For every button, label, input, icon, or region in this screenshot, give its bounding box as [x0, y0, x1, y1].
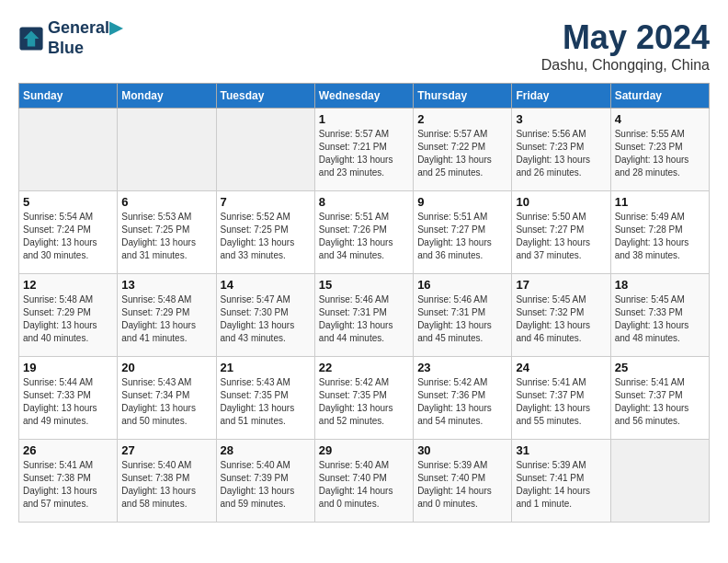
day-cell: 2Sunrise: 5:57 AM Sunset: 7:22 PM Daylig…: [414, 109, 512, 191]
calendar-title: May 2024: [541, 18, 710, 57]
day-number: 31: [516, 443, 606, 457]
weekday-header-friday: Friday: [512, 84, 610, 109]
day-cell: [216, 109, 314, 191]
day-info: Sunrise: 5:48 AM Sunset: 7:29 PM Dayligh…: [23, 293, 113, 345]
weekday-header-row: SundayMondayTuesdayWednesdayThursdayFrid…: [19, 84, 710, 109]
logo: General▶ Blue: [18, 18, 122, 58]
day-cell: 19Sunrise: 5:44 AM Sunset: 7:33 PM Dayli…: [19, 357, 118, 440]
day-cell: 1Sunrise: 5:57 AM Sunset: 7:21 PM Daylig…: [314, 109, 413, 191]
day-number: 17: [516, 278, 606, 292]
day-cell: 6Sunrise: 5:53 AM Sunset: 7:25 PM Daylig…: [118, 191, 216, 274]
day-cell: 16Sunrise: 5:46 AM Sunset: 7:31 PM Dayli…: [414, 274, 512, 357]
day-cell: 13Sunrise: 5:48 AM Sunset: 7:29 PM Dayli…: [118, 274, 216, 357]
day-info: Sunrise: 5:46 AM Sunset: 7:31 PM Dayligh…: [417, 293, 507, 345]
day-cell: [610, 440, 709, 523]
day-info: Sunrise: 5:47 AM Sunset: 7:30 PM Dayligh…: [221, 293, 311, 345]
day-cell: 27Sunrise: 5:40 AM Sunset: 7:38 PM Dayli…: [118, 440, 216, 523]
day-info: Sunrise: 5:39 AM Sunset: 7:40 PM Dayligh…: [417, 459, 507, 511]
day-info: Sunrise: 5:41 AM Sunset: 7:37 PM Dayligh…: [516, 376, 606, 428]
day-cell: 30Sunrise: 5:39 AM Sunset: 7:40 PM Dayli…: [414, 440, 512, 523]
week-row-5: 26Sunrise: 5:41 AM Sunset: 7:38 PM Dayli…: [19, 440, 710, 523]
day-info: Sunrise: 5:57 AM Sunset: 7:22 PM Dayligh…: [417, 128, 507, 179]
day-info: Sunrise: 5:51 AM Sunset: 7:27 PM Dayligh…: [417, 211, 507, 262]
week-row-2: 5Sunrise: 5:54 AM Sunset: 7:24 PM Daylig…: [19, 191, 710, 274]
day-number: 4: [615, 112, 705, 126]
day-info: Sunrise: 5:50 AM Sunset: 7:27 PM Dayligh…: [516, 211, 606, 262]
week-row-4: 19Sunrise: 5:44 AM Sunset: 7:33 PM Dayli…: [19, 357, 710, 440]
day-number: 11: [615, 195, 705, 209]
day-cell: 14Sunrise: 5:47 AM Sunset: 7:30 PM Dayli…: [216, 274, 314, 357]
day-info: Sunrise: 5:39 AM Sunset: 7:41 PM Dayligh…: [516, 459, 606, 511]
day-info: Sunrise: 5:43 AM Sunset: 7:34 PM Dayligh…: [121, 376, 211, 428]
day-number: 7: [221, 195, 311, 209]
day-info: Sunrise: 5:48 AM Sunset: 7:29 PM Dayligh…: [121, 293, 211, 345]
day-number: 5: [23, 195, 113, 209]
day-number: 15: [319, 278, 409, 292]
calendar-location: Dashu, Chongqing, China: [541, 57, 710, 74]
day-info: Sunrise: 5:53 AM Sunset: 7:25 PM Dayligh…: [121, 211, 211, 262]
day-number: 28: [221, 443, 311, 457]
day-number: 6: [121, 195, 211, 209]
day-cell: 15Sunrise: 5:46 AM Sunset: 7:31 PM Dayli…: [314, 274, 413, 357]
day-info: Sunrise: 5:46 AM Sunset: 7:31 PM Dayligh…: [319, 293, 409, 345]
day-number: 26: [23, 443, 113, 457]
day-info: Sunrise: 5:41 AM Sunset: 7:37 PM Dayligh…: [615, 376, 705, 428]
day-cell: 22Sunrise: 5:42 AM Sunset: 7:35 PM Dayli…: [314, 357, 413, 440]
day-number: 18: [615, 278, 705, 292]
day-info: Sunrise: 5:49 AM Sunset: 7:28 PM Dayligh…: [615, 211, 705, 262]
day-info: Sunrise: 5:56 AM Sunset: 7:23 PM Dayligh…: [516, 128, 606, 179]
day-number: 12: [23, 278, 113, 292]
day-number: 21: [221, 361, 311, 374]
day-info: Sunrise: 5:54 AM Sunset: 7:24 PM Dayligh…: [23, 211, 113, 262]
day-cell: 8Sunrise: 5:51 AM Sunset: 7:26 PM Daylig…: [314, 191, 413, 274]
day-cell: 29Sunrise: 5:40 AM Sunset: 7:40 PM Dayli…: [314, 440, 413, 523]
day-info: Sunrise: 5:43 AM Sunset: 7:35 PM Dayligh…: [221, 376, 311, 428]
day-number: 8: [319, 195, 409, 209]
day-info: Sunrise: 5:40 AM Sunset: 7:40 PM Dayligh…: [319, 459, 409, 511]
day-cell: 26Sunrise: 5:41 AM Sunset: 7:38 PM Dayli…: [19, 440, 118, 523]
day-number: 14: [221, 278, 311, 292]
weekday-header-tuesday: Tuesday: [216, 84, 314, 109]
day-info: Sunrise: 5:45 AM Sunset: 7:33 PM Dayligh…: [615, 293, 705, 345]
day-info: Sunrise: 5:41 AM Sunset: 7:38 PM Dayligh…: [23, 459, 113, 511]
day-info: Sunrise: 5:55 AM Sunset: 7:23 PM Dayligh…: [615, 128, 705, 179]
week-row-3: 12Sunrise: 5:48 AM Sunset: 7:29 PM Dayli…: [19, 274, 710, 357]
page-header: General▶ Blue May 2024 Dashu, Chongqing,…: [18, 18, 710, 74]
week-row-1: 1Sunrise: 5:57 AM Sunset: 7:21 PM Daylig…: [19, 109, 710, 191]
day-number: 22: [319, 361, 409, 374]
day-cell: 12Sunrise: 5:48 AM Sunset: 7:29 PM Dayli…: [19, 274, 118, 357]
day-info: Sunrise: 5:40 AM Sunset: 7:38 PM Dayligh…: [121, 459, 211, 511]
day-info: Sunrise: 5:40 AM Sunset: 7:39 PM Dayligh…: [221, 459, 311, 511]
day-number: 23: [417, 361, 507, 374]
day-cell: [19, 109, 118, 191]
day-number: 27: [121, 443, 211, 457]
day-cell: 21Sunrise: 5:43 AM Sunset: 7:35 PM Dayli…: [216, 357, 314, 440]
day-number: 19: [23, 361, 113, 374]
day-number: 25: [615, 361, 705, 374]
weekday-header-thursday: Thursday: [414, 84, 512, 109]
day-cell: 25Sunrise: 5:41 AM Sunset: 7:37 PM Dayli…: [610, 357, 709, 440]
day-cell: 24Sunrise: 5:41 AM Sunset: 7:37 PM Dayli…: [512, 357, 610, 440]
day-info: Sunrise: 5:57 AM Sunset: 7:21 PM Dayligh…: [319, 128, 409, 179]
day-cell: 20Sunrise: 5:43 AM Sunset: 7:34 PM Dayli…: [118, 357, 216, 440]
day-info: Sunrise: 5:44 AM Sunset: 7:33 PM Dayligh…: [23, 376, 113, 428]
day-number: 29: [319, 443, 409, 457]
day-number: 9: [417, 195, 507, 209]
weekday-header-saturday: Saturday: [610, 84, 709, 109]
day-cell: 23Sunrise: 5:42 AM Sunset: 7:36 PM Dayli…: [414, 357, 512, 440]
weekday-header-wednesday: Wednesday: [314, 84, 413, 109]
day-cell: 17Sunrise: 5:45 AM Sunset: 7:32 PM Dayli…: [512, 274, 610, 357]
day-number: 3: [516, 112, 606, 126]
calendar-table: SundayMondayTuesdayWednesdayThursdayFrid…: [18, 83, 710, 523]
day-number: 13: [121, 278, 211, 292]
day-cell: 7Sunrise: 5:52 AM Sunset: 7:25 PM Daylig…: [216, 191, 314, 274]
logo-icon: [18, 26, 44, 52]
day-cell: 28Sunrise: 5:40 AM Sunset: 7:39 PM Dayli…: [216, 440, 314, 523]
day-info: Sunrise: 5:45 AM Sunset: 7:32 PM Dayligh…: [516, 293, 606, 345]
day-number: 1: [319, 112, 409, 126]
day-info: Sunrise: 5:42 AM Sunset: 7:35 PM Dayligh…: [319, 376, 409, 428]
day-cell: 11Sunrise: 5:49 AM Sunset: 7:28 PM Dayli…: [610, 191, 709, 274]
title-block: May 2024 Dashu, Chongqing, China: [541, 18, 710, 74]
day-number: 10: [516, 195, 606, 209]
weekday-header-monday: Monday: [118, 84, 216, 109]
